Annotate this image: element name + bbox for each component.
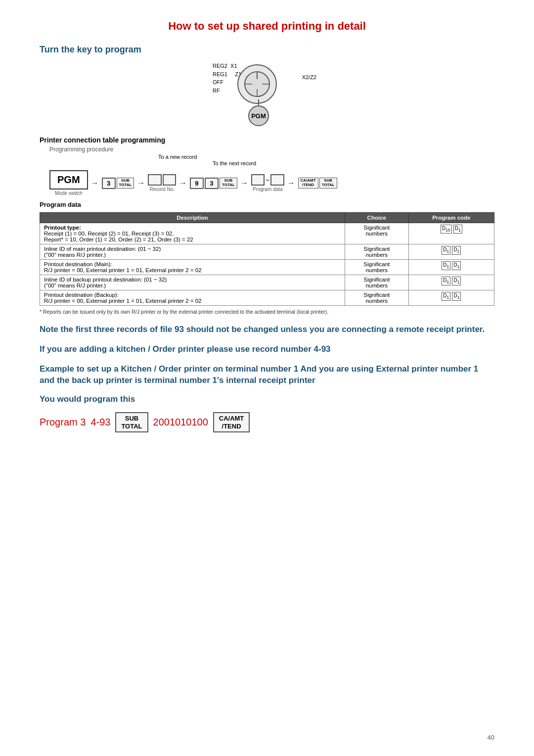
col-description: Description [40, 213, 345, 223]
printer-conn-heading: Printer connection table programming [40, 136, 494, 144]
step2-num2: 3 [205, 178, 219, 189]
procedure-label: Programming procedure [49, 146, 494, 153]
row2-choice: Significantnumbers [345, 244, 408, 260]
row4-desc: Inline ID of backup printout destination… [40, 275, 345, 290]
d-box-1c: D1 [452, 246, 461, 255]
program-data-table: Description Choice Program code Printout… [40, 212, 494, 306]
table-row: Printout destination (Main): R/J printer… [40, 260, 494, 275]
flow-top-labels: To a new record [158, 154, 494, 160]
dial-diagram: REG2 X1 REG1 Z1 OFF RF X2/Z2 [213, 62, 321, 126]
record-boxes [148, 174, 176, 186]
flow-next-label: To the next record [213, 160, 494, 166]
program-sub-total-key: SUB TOTAL [115, 412, 148, 432]
mode-switch-label: Mode switch [55, 190, 83, 196]
row5-choice: Significantnumbers [345, 290, 408, 306]
step1-sub-total: SUB TOTAL [117, 178, 134, 189]
row1-code: D10 D1 [408, 223, 494, 244]
d-box-1d: D1 [442, 261, 450, 270]
program-line: Program 3 4-93 SUB TOTAL 2001010100 CA/A… [40, 412, 494, 432]
arrow4: → [239, 179, 249, 188]
row2-code: D1 D1 [408, 244, 494, 260]
prog-data-boxes: ~ [251, 174, 284, 186]
row3-desc: Printout destination (Main): R/J printer… [40, 260, 345, 275]
reg1-label: REG1 Z1 [213, 70, 241, 79]
d-box-1i: D1 [452, 292, 461, 301]
printer-conn-section: Printer connection table programming Pro… [40, 136, 494, 315]
col-choice: Choice [345, 213, 408, 223]
program-data-section: Program data Description Choice Program … [40, 201, 494, 315]
table-row: Printout destination (Backup): R/J print… [40, 290, 494, 306]
flow-pgm-box: PGM [49, 170, 88, 189]
row3-code: D1 D1 [408, 260, 494, 275]
to-next-record-label: To the next record [213, 160, 256, 166]
program-label: Program 3 [40, 417, 86, 428]
mode-labels: REG2 X1 REG1 Z1 OFF RF [213, 62, 241, 94]
program-data-label: Program data [253, 187, 283, 192]
note-heading: Note the first three records of file 93 … [40, 324, 494, 335]
prog-box2 [270, 174, 284, 186]
table-row: Inline ID of main printout destination: … [40, 244, 494, 260]
to-new-record-label: To a new record [158, 154, 197, 160]
tilde: ~ [266, 176, 269, 184]
prog-data-group: ~ Program data [251, 174, 284, 192]
flow-diagram: PGM Mode switch → 3 SUB TOTAL → Reco [49, 170, 494, 196]
turn-key-heading: Turn the key to program [40, 45, 494, 55]
you-would-label: You would program this [40, 394, 494, 404]
row4-code: D1 D1 [408, 275, 494, 290]
info-heading: If you are adding a kitchen / Order prin… [40, 343, 494, 355]
pgm-area: PGM [248, 99, 269, 126]
step2-sub-total: SUB TOTAL [220, 178, 237, 189]
arrow1: → [90, 179, 100, 188]
row2-desc: Inline ID of main printout destination: … [40, 244, 345, 260]
section-turn-key: Turn the key to program REG2 X1 REG1 Z1 … [40, 45, 494, 126]
program-data-heading: Program data [40, 201, 494, 208]
procedure-area: Programming procedure To a new record To… [49, 146, 494, 196]
arrow2: → [136, 179, 146, 188]
d-box-1h: D1 [442, 292, 450, 301]
table-header-row: Description Choice Program code [40, 213, 494, 223]
d-box-1f: D1 [442, 277, 450, 285]
prog-sub: SUB [125, 415, 138, 422]
final-sub-total: SUB TOTAL [319, 178, 337, 189]
row1-choice: Significantnumbers [345, 223, 408, 244]
flow-pgm-group: PGM Mode switch [49, 170, 88, 196]
dial-circle [237, 64, 277, 104]
row5-code: D1 D1 [408, 290, 494, 306]
record-no-label: Record No. [149, 187, 175, 192]
d-box-1a: D1 [453, 225, 462, 234]
step2-group: 9 3 SUB TOTAL [190, 178, 237, 189]
d-box-1g: D1 [452, 277, 461, 285]
d-box-1e: D1 [452, 261, 461, 270]
pgm-stem [258, 99, 259, 105]
col-code: Program code [408, 213, 494, 223]
program-data-value: 2001010100 [153, 417, 208, 428]
total-label2: TOTAL [222, 183, 235, 188]
page-title: How to set up shared printing in detail [40, 20, 494, 33]
row1-desc: Printout type: Receipt (1) = 00, Receipt… [40, 223, 345, 244]
prog-box1 [251, 174, 265, 186]
final-group: CA/AMT /TEND SUB TOTAL [298, 178, 337, 189]
step2-num1: 9 [190, 178, 204, 189]
page-number: 40 [488, 734, 494, 741]
arrow5: → [286, 179, 296, 188]
program-record: 4-93 [90, 417, 110, 428]
d-box-1b: D1 [442, 246, 450, 255]
d-box-10: D10 [441, 225, 452, 234]
step1-group: 3 SUB TOTAL [102, 178, 134, 189]
prog-ca1: CA/AMT [219, 415, 244, 422]
ca-line2: /TEND [302, 183, 314, 188]
row4-choice: Significantnumbers [345, 275, 408, 290]
row3-choice: Significantnumbers [345, 260, 408, 275]
table-row: Printout type: Receipt (1) = 00, Receipt… [40, 223, 494, 244]
rf-label: RF [213, 87, 241, 95]
record-no-group: Record No. [148, 174, 176, 192]
prog-total: TOTAL [121, 423, 142, 430]
key-diagram: REG2 X1 REG1 Z1 OFF RF X2/Z2 [40, 62, 494, 126]
rec-box2 [163, 174, 176, 186]
ca-key: CA/AMT /TEND [298, 178, 318, 189]
rec-box1 [148, 174, 161, 186]
row5-desc: Printout destination (Backup): R/J print… [40, 290, 345, 306]
program-ca-key: CA/AMT /TEND [213, 412, 250, 432]
prog-ca2: /TEND [222, 423, 241, 430]
total-label: TOTAL [119, 183, 132, 188]
